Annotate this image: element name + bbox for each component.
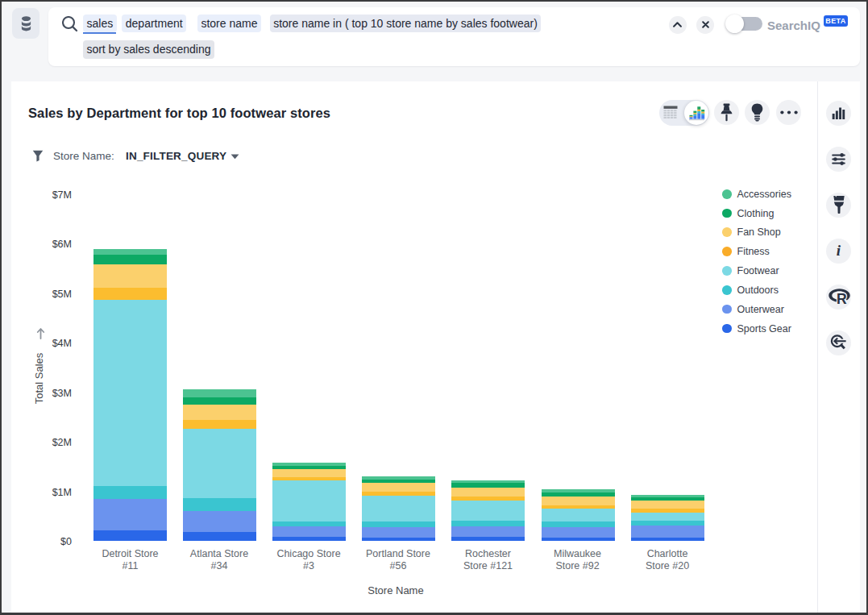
svg-text:R: R — [837, 291, 847, 305]
